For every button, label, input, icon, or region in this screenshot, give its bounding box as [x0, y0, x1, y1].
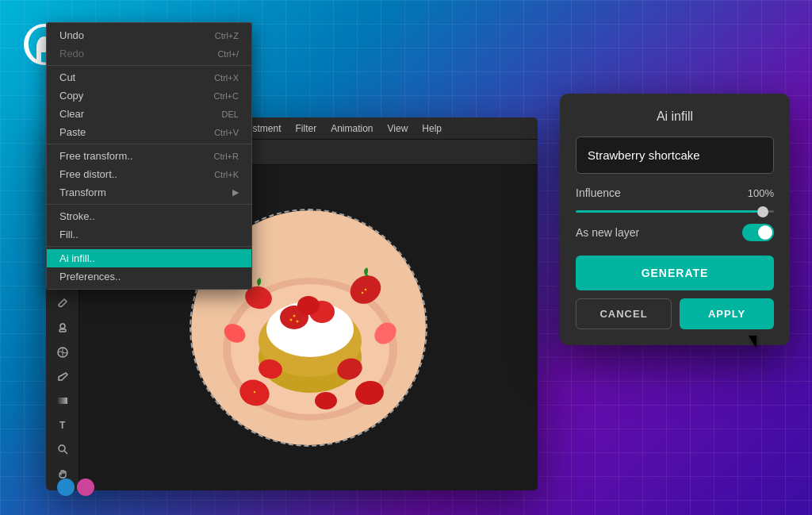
menu-help[interactable]: Help [416, 121, 447, 136]
dropdown-fill[interactable]: Fill.. [47, 225, 251, 244]
menu-filter[interactable]: Filter [289, 121, 322, 136]
divider-4 [47, 246, 251, 247]
tool-globe[interactable] [51, 341, 75, 363]
tool-gradient[interactable] [51, 390, 75, 411]
copy-shortcut: Ctrl+C [214, 91, 239, 101]
tool-stamp[interactable] [51, 317, 75, 339]
preferences-label: Preferences.. [59, 271, 121, 282]
svg-point-11 [60, 324, 65, 329]
svg-point-1 [38, 41, 44, 48]
mouse-cursor [749, 336, 756, 348]
paste-shortcut: Ctrl+V [214, 128, 239, 137]
tool-eraser[interactable] [51, 366, 75, 387]
new-layer-label: As new layer [576, 226, 639, 239]
cut-shortcut: Ctrl+X [214, 73, 239, 83]
menu-animation[interactable]: Animation [325, 121, 378, 136]
svg-point-31 [297, 321, 299, 323]
dropdown-free-distort[interactable]: Free distort.. Ctrl+K [47, 165, 251, 183]
apply-button[interactable]: APPLY [680, 298, 774, 329]
svg-point-30 [290, 319, 293, 321]
dropdown-redo[interactable]: Redo Ctrl+/ [47, 44, 251, 63]
edit-dropdown: Undo Ctrl+Z Redo Ctrl+/ Cut Ctrl+X Copy … [46, 22, 252, 290]
svg-rect-15 [58, 398, 67, 404]
ai-prompt-input[interactable] [576, 136, 774, 174]
tool-zoom[interactable] [51, 439, 75, 460]
dropdown-copy[interactable]: Copy Ctrl+C [47, 86, 251, 105]
clear-shortcut: DEL [222, 110, 239, 119]
dropdown-preferences[interactable]: Preferences.. [47, 267, 251, 286]
dropdown-undo[interactable]: Undo Ctrl+Z [47, 26, 251, 44]
ai-panel-title: Ai infill [576, 110, 774, 124]
svg-point-42 [362, 292, 363, 294]
cut-label: Cut [59, 71, 75, 83]
dropdown-transform[interactable]: Transform ▶ [47, 183, 251, 202]
dropdown-stroke[interactable]: Stroke.. [47, 207, 251, 225]
swatch-pink[interactable] [77, 478, 94, 496]
cancel-button[interactable]: CANCEL [576, 298, 672, 329]
svg-point-28 [297, 296, 320, 315]
influence-value: 100% [748, 187, 774, 199]
generate-button[interactable]: GENERATE [576, 256, 774, 290]
menu-view[interactable]: View [382, 121, 414, 136]
fill-label: Fill.. [59, 229, 79, 240]
ai-action-buttons: CANCEL APPLY [576, 298, 774, 329]
dropdown-free-transform[interactable]: Free transform.. Ctrl+R [47, 147, 251, 165]
transform-shortcut: ▶ [232, 187, 239, 198]
free-distort-shortcut: Ctrl+K [214, 170, 239, 179]
dropdown-ai-infill[interactable]: Ai infill.. [47, 249, 251, 267]
influence-label: Influence [576, 186, 621, 199]
svg-point-41 [365, 289, 366, 290]
tool-brush[interactable] [51, 293, 75, 314]
swatch-blue[interactable] [57, 478, 75, 496]
clear-label: Clear [59, 108, 84, 120]
dropdown-clear[interactable]: Clear DEL [47, 105, 251, 123]
redo-shortcut: Ctrl+/ [217, 49, 239, 59]
redo-label: Redo [59, 48, 84, 60]
dropdown-paste[interactable]: Paste Ctrl+V [47, 123, 251, 141]
tool-text[interactable]: T [51, 414, 75, 436]
svg-point-38 [315, 392, 337, 409]
copy-label: Copy [59, 90, 83, 102]
undo-shortcut: Ctrl+Z [215, 31, 239, 40]
svg-rect-12 [59, 329, 66, 332]
divider-2 [47, 144, 251, 144]
dropdown-cut[interactable]: Cut Ctrl+X [47, 68, 251, 86]
transform-label: Transform [59, 186, 106, 198]
undo-label: Undo [59, 29, 84, 41]
influence-row: Influence 100% [576, 186, 774, 199]
svg-point-17 [59, 445, 65, 452]
svg-text:T: T [59, 420, 66, 431]
new-layer-row: As new layer [576, 224, 774, 241]
free-transform-label: Free transform.. [59, 150, 132, 162]
influence-slider[interactable] [576, 210, 774, 213]
free-distort-label: Free distort.. [59, 168, 117, 180]
ai-infill-panel: Ai infill Influence 100% As new layer GE… [560, 94, 790, 345]
new-layer-toggle[interactable] [742, 224, 774, 241]
free-transform-shortcut: Ctrl+R [214, 152, 239, 161]
paste-label: Paste [59, 126, 86, 138]
svg-point-29 [293, 315, 296, 317]
color-swatches [57, 478, 94, 496]
stroke-label: Stroke.. [59, 210, 95, 222]
ai-infill-label: Ai infill.. [59, 252, 95, 264]
divider-3 [47, 204, 251, 205]
svg-point-43 [254, 391, 255, 393]
divider-1 [47, 65, 251, 66]
influence-thumb[interactable] [757, 206, 768, 217]
svg-line-18 [64, 451, 67, 454]
